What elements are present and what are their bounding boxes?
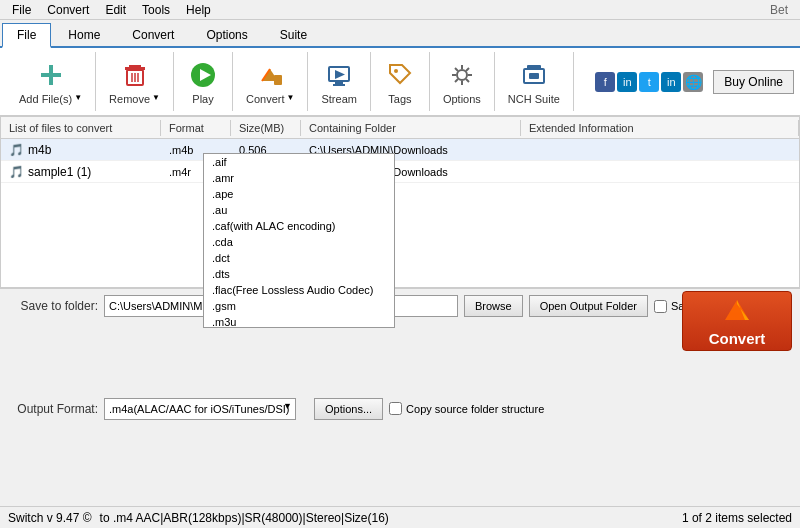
linkedin-icon[interactable]: in bbox=[617, 72, 637, 92]
file-list-area: List of files to convert Format Size(MB)… bbox=[0, 116, 800, 288]
dropdown-item-au[interactable]: .au bbox=[204, 202, 394, 218]
nch-label: NCH Suite bbox=[508, 93, 560, 105]
tab-convert[interactable]: Convert bbox=[117, 23, 189, 46]
save-to-source-checkbox[interactable] bbox=[654, 300, 667, 313]
copy-source-checkbox[interactable] bbox=[389, 402, 402, 415]
dropdown-item-ape[interactable]: .ape bbox=[204, 186, 394, 202]
toolbar-group-add: Add File(s) ▼ bbox=[6, 52, 96, 111]
selection-info: 1 of 2 items selected bbox=[682, 511, 792, 525]
convert-big-button[interactable]: Convert bbox=[682, 291, 792, 351]
format-and-convert-row: Output Format: .m4a(ALAC/AAC for iOS/iTu… bbox=[8, 321, 792, 500]
tags-button[interactable]: Tags bbox=[377, 54, 423, 110]
tags-label: Tags bbox=[388, 93, 411, 105]
svg-rect-12 bbox=[335, 81, 343, 84]
table-row[interactable]: 🎵 m4b .m4b 0.506 C:\Users\ADMIN\Download… bbox=[1, 139, 799, 161]
remove-button[interactable]: Remove ▼ bbox=[102, 54, 167, 110]
file-icon-2: 🎵 bbox=[9, 165, 24, 179]
svg-line-23 bbox=[466, 68, 469, 71]
twitter-icon[interactable]: t bbox=[639, 72, 659, 92]
toolbar: Add File(s) ▼ Remove bbox=[0, 48, 800, 116]
dropdown-item-m3u[interactable]: .m3u bbox=[204, 314, 394, 328]
menu-convert[interactable]: Convert bbox=[39, 1, 97, 19]
menu-help[interactable]: Help bbox=[178, 1, 219, 19]
header-name: List of files to convert bbox=[1, 120, 161, 136]
copy-source-group: Copy source folder structure bbox=[389, 402, 544, 415]
status-bar: Switch v 9.47 © to .m4 AAC|ABR(128kbps)|… bbox=[0, 506, 800, 528]
dropdown-item-dts[interactable]: .dts bbox=[204, 266, 394, 282]
output-format-label: Output Format: bbox=[8, 402, 98, 416]
stream-label: Stream bbox=[321, 93, 356, 105]
svg-rect-13 bbox=[333, 84, 345, 86]
format-select[interactable]: .m4a(ALAC/AAC for iOS/iTunes/DSI) bbox=[104, 398, 296, 420]
svg-line-22 bbox=[466, 79, 469, 82]
play-button[interactable]: Play bbox=[180, 54, 226, 110]
tab-suite[interactable]: Suite bbox=[265, 23, 322, 46]
nch-suite-button[interactable]: NCH Suite bbox=[501, 54, 567, 110]
svg-rect-27 bbox=[529, 73, 539, 79]
dropdown-item-gsm[interactable]: .gsm bbox=[204, 298, 394, 314]
menu-edit[interactable]: Edit bbox=[97, 1, 134, 19]
format-info: to .m4 AAC|ABR(128kbps)|SR(48000)|Stereo… bbox=[100, 511, 674, 525]
dropdown-item-aif[interactable]: .aif bbox=[204, 154, 394, 170]
output-format-row: Output Format: .m4a(ALAC/AAC for iOS/iTu… bbox=[8, 321, 674, 496]
toolbar-group-remove: Remove ▼ bbox=[96, 52, 174, 111]
browse-button[interactable]: Browse bbox=[464, 295, 523, 317]
toolbar-group-play: Play bbox=[174, 52, 233, 111]
tab-file[interactable]: File bbox=[2, 23, 51, 48]
convert-toolbar-label: Convert bbox=[246, 93, 285, 105]
tab-home[interactable]: Home bbox=[53, 23, 115, 46]
dropdown-item-caf[interactable]: .caf(with ALAC encoding) bbox=[204, 218, 394, 234]
format-options-button[interactable]: Options... bbox=[314, 398, 383, 420]
remove-arrow[interactable]: ▼ bbox=[152, 93, 160, 102]
dropdown-item-amr[interactable]: .amr bbox=[204, 170, 394, 186]
file-list-header: List of files to convert Format Size(MB)… bbox=[1, 117, 799, 139]
toolbar-right: f in t in 🌐 Buy Online bbox=[595, 70, 794, 94]
convert-btn-container: Convert bbox=[674, 321, 792, 500]
options-button[interactable]: Options bbox=[436, 54, 488, 110]
add-files-button[interactable]: Add File(s) ▼ bbox=[12, 54, 89, 110]
buy-online-button[interactable]: Buy Online bbox=[713, 70, 794, 94]
social-icons: f in t in 🌐 bbox=[595, 72, 703, 92]
convert-arrow[interactable]: ▼ bbox=[287, 93, 295, 102]
header-info: Extended Information bbox=[521, 120, 799, 136]
nch-icon bbox=[518, 59, 550, 91]
svg-rect-26 bbox=[527, 65, 541, 69]
tags-icon bbox=[384, 59, 416, 91]
add-files-label: Add File(s) bbox=[19, 93, 72, 105]
convert-big-label: Convert bbox=[709, 330, 766, 347]
add-icon bbox=[35, 59, 67, 91]
dropdown-item-dct[interactable]: .dct bbox=[204, 250, 394, 266]
format-select-wrapper: .m4a(ALAC/AAC for iOS/iTunes/DSI) bbox=[104, 398, 296, 420]
header-format: Format bbox=[161, 120, 231, 136]
toolbar-group-stream: Stream bbox=[308, 52, 370, 111]
dropdown-item-flac[interactable]: .flac(Free Lossless Audio Codec) bbox=[204, 282, 394, 298]
options-icon bbox=[446, 59, 478, 91]
convert-toolbar-button[interactable]: Convert ▼ bbox=[239, 54, 301, 110]
options-label: Options bbox=[443, 93, 481, 105]
dropdown-item-cda[interactable]: .cda bbox=[204, 234, 394, 250]
web-icon[interactable]: 🌐 bbox=[683, 72, 703, 92]
table-row[interactable]: 🎵 sample1 (1) .m4r 0.481 C:\Users\ADMIN\… bbox=[1, 161, 799, 183]
svg-line-21 bbox=[455, 68, 458, 71]
svg-point-15 bbox=[394, 69, 398, 73]
copy-source-label: Copy source folder structure bbox=[406, 403, 544, 415]
menu-tools[interactable]: Tools bbox=[134, 1, 178, 19]
open-output-button[interactable]: Open Output Folder bbox=[529, 295, 648, 317]
svg-point-16 bbox=[457, 70, 467, 80]
stream-button[interactable]: Stream bbox=[314, 54, 363, 110]
toolbar-group-options: Options bbox=[430, 52, 495, 111]
linkedin2-icon[interactable]: in bbox=[661, 72, 681, 92]
switch-info: Switch v 9.47 © bbox=[8, 511, 92, 525]
tab-options[interactable]: Options bbox=[191, 23, 262, 46]
bottom-panel: Save to folder: Browse Open Output Folde… bbox=[0, 288, 800, 506]
format-section: Output Format: .m4a(ALAC/AAC for iOS/iTu… bbox=[8, 321, 674, 500]
save-to-folder-label: Save to folder: bbox=[8, 299, 98, 313]
format-dropdown-list: .aif .amr .ape .au .caf(with ALAC encodi… bbox=[203, 153, 395, 328]
facebook-icon[interactable]: f bbox=[595, 72, 615, 92]
save-folder-row: Save to folder: Browse Open Output Folde… bbox=[8, 295, 792, 317]
file-icon-1: 🎵 bbox=[9, 143, 24, 157]
svg-rect-3 bbox=[129, 65, 141, 67]
file-name-cell-2: 🎵 sample1 (1) bbox=[1, 163, 161, 181]
menu-file[interactable]: File bbox=[4, 1, 39, 19]
add-files-arrow[interactable]: ▼ bbox=[74, 93, 82, 102]
